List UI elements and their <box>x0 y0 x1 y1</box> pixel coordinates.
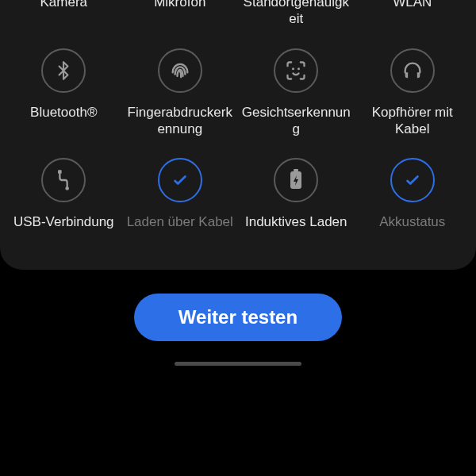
diag-item-face[interactable]: Gesichtserkennung <box>240 48 351 138</box>
diag-label: Kamera <box>40 0 87 28</box>
diag-item-headphones[interactable]: Kopfhörer mit Kabel <box>357 48 468 138</box>
diagnostic-panel: Kamera Mikrofon Standortgenauigkeit WLAN… <box>0 0 476 270</box>
diag-item-bluetooth[interactable]: Bluetooth® <box>8 48 119 138</box>
diag-label: Laden über Kabel <box>127 213 233 248</box>
check-icon <box>390 158 435 202</box>
diag-label: Gesichtserkennung <box>240 104 351 138</box>
diag-label: Fingerabdruckerkennung <box>125 104 236 138</box>
diag-item-usb[interactable]: USB-Verbindung <box>8 158 119 248</box>
headphones-icon <box>390 48 435 93</box>
diag-item-wireless-charging[interactable]: Induktives Laden <box>240 158 351 248</box>
svg-point-1 <box>298 67 300 70</box>
diag-label: WLAN <box>393 0 432 28</box>
diag-item-wifi[interactable]: WLAN <box>357 0 468 28</box>
diag-label: Kopfhörer mit Kabel <box>357 104 468 138</box>
diag-label: Akkustatus <box>379 213 445 248</box>
diag-label: USB-Verbindung <box>13 213 114 248</box>
svg-rect-2 <box>58 170 62 174</box>
battery-charging-icon <box>274 158 318 202</box>
diag-label: Bluetooth® <box>30 104 97 138</box>
svg-rect-5 <box>294 169 298 171</box>
diag-item-battery-status[interactable]: Akkustatus <box>357 158 468 248</box>
diagnostic-grid: Kamera Mikrofon Standortgenauigkeit WLAN… <box>8 0 468 248</box>
check-icon <box>158 158 202 202</box>
bluetooth-icon <box>41 48 86 93</box>
diag-label: Mikrofon <box>154 0 205 28</box>
diag-item-mic[interactable]: Mikrofon <box>125 0 236 28</box>
diag-item-location[interactable]: Standortgenauigkeit <box>240 0 351 28</box>
diag-item-wired-charging[interactable]: Laden über Kabel <box>125 158 236 248</box>
diag-item-camera[interactable]: Kamera <box>8 0 119 28</box>
svg-point-3 <box>66 186 70 190</box>
continue-test-button[interactable]: Weiter testen <box>134 294 342 341</box>
face-icon <box>274 48 318 93</box>
diag-item-fingerprint[interactable]: Fingerabdruckerkennung <box>125 48 236 138</box>
fingerprint-icon <box>158 48 202 93</box>
home-indicator[interactable] <box>175 362 301 366</box>
usb-icon <box>41 158 86 202</box>
diag-label: Induktives Laden <box>245 213 347 248</box>
svg-point-0 <box>292 67 294 70</box>
diag-label: Standortgenauigkeit <box>240 0 351 28</box>
